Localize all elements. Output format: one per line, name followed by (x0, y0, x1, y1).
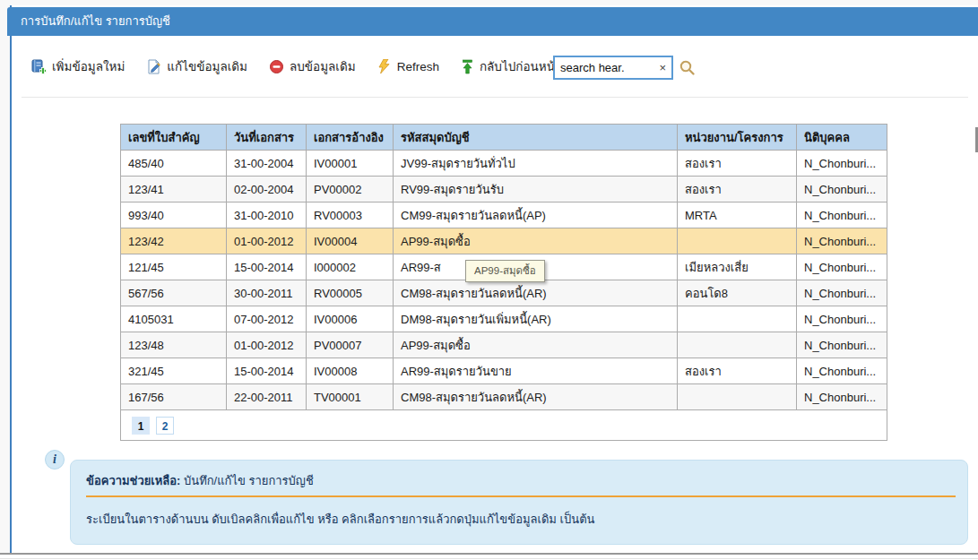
table-cell: N_Chonburi... (797, 306, 887, 332)
table-cell: N_Chonburi... (797, 384, 887, 410)
table-cell: CM99-สมุดรายวันลดหนี้(AP) (394, 202, 678, 228)
pagination-bar: 12 (121, 410, 887, 441)
table-cell (678, 306, 797, 332)
column-header[interactable]: นิติบุคคล (797, 125, 887, 151)
table-cell: 123/41 (121, 177, 227, 202)
page-button-2[interactable]: 2 (156, 417, 174, 435)
column-header[interactable]: รหัสสมุดบัญชี (394, 125, 678, 151)
search-input[interactable] (555, 61, 657, 74)
search-box: × (553, 56, 673, 80)
info-icon: i (45, 450, 65, 470)
table-row[interactable]: 123/4102-00-2004PV00002RV99-สมุดรายวันรั… (121, 177, 887, 202)
add-new-button[interactable]: เพิ่มข้อมูลใหม่ (31, 56, 125, 76)
delete-button[interactable]: ลบข้อมูลเดิม (269, 56, 356, 76)
table-cell: CM98-สมุดรายวันลดหนี้(AR) (394, 384, 678, 410)
table-cell: N_Chonburi... (797, 202, 887, 228)
table-cell: I000002 (307, 254, 394, 280)
table-cell: RV00005 (307, 280, 394, 306)
table-cell: AR99-สมุดรายวันขาย (394, 358, 678, 384)
bottom-faint-line (0, 558, 978, 559)
table-cell: 167/56 (121, 384, 227, 410)
edit-button[interactable]: แก้ไขข้อมูลเดิม (146, 56, 247, 76)
table-cell: IV00006 (307, 306, 394, 332)
table-cell: JV99-สมุดรายวันทั่วไป (394, 151, 678, 177)
search-icon[interactable] (679, 59, 696, 80)
table-cell: คอนโด8 (678, 280, 797, 306)
pagination-row: 12 (121, 410, 887, 441)
title-bar: การบันทึก/แก้ไข รายการบัญชี (7, 7, 978, 36)
column-header[interactable]: วันที่เอกสาร (227, 125, 307, 151)
table-cell: 567/56 (121, 280, 227, 306)
info-icon-glyph: i (53, 452, 56, 466)
table-cell: N_Chonburi... (797, 151, 887, 177)
column-header[interactable]: หน่วยงาน/โครงการ (678, 125, 797, 151)
cell-tooltip: AP99-สมุดซื้อ (465, 260, 545, 282)
page-button-1[interactable]: 1 (132, 417, 150, 435)
table-cell: PV00007 (307, 332, 394, 358)
toolbar-button-label: Refresh (397, 60, 439, 73)
table-cell: สองเรา (678, 177, 797, 202)
toolbar-button-label: แก้ไขข้อมูลเดิม (167, 56, 247, 76)
table-cell: 31-00-2010 (227, 202, 307, 228)
table-cell: 15-00-2014 (227, 254, 307, 280)
delete-record-icon (269, 59, 284, 74)
table-cell: 321/45 (121, 358, 227, 384)
table-cell: 01-00-2012 (227, 332, 307, 358)
table-cell (678, 384, 797, 410)
table-row[interactable]: 993/4031-00-2010RV00003CM99-สมุดรายวันลด… (121, 202, 887, 228)
table-cell (678, 332, 797, 358)
table-cell: DM98-สมุดรายวันเพิ่มหนี้(AR) (394, 306, 678, 332)
table-cell: 02-00-2004 (227, 177, 307, 202)
records-table: เลขที่ใบสำคัญวันที่เอกสารเอกสารอ้างอิงรห… (120, 124, 887, 441)
table-row[interactable]: 485/4031-00-2004IV00001JV99-สมุดรายวันทั… (121, 151, 887, 177)
table-cell: 30-00-2011 (227, 280, 307, 306)
table-cell: AP99-สมุดซื้อ (394, 332, 678, 358)
table-row[interactable]: 123/4801-00-2012PV00007AP99-สมุดซื้อN_Ch… (121, 332, 887, 358)
help-box: ข้อความช่วยเหลือ: บันทึก/แก้ไข รายการบัญ… (70, 460, 968, 545)
page-title: การบันทึก/แก้ไข รายการบัญชี (21, 14, 170, 28)
table-cell: 121/45 (121, 254, 227, 280)
table-cell: 31-00-2004 (227, 151, 307, 177)
table-row[interactable]: 167/5622-00-2011TV00001CM98-สมุดรายวันลด… (121, 384, 887, 410)
table-cell: IV00004 (307, 228, 394, 254)
help-divider (86, 495, 956, 497)
table-row[interactable]: 123/4201-00-2012IV00004AP99-สมุดซื้อN_Ch… (121, 228, 887, 254)
table-row[interactable]: 567/5630-00-2011RV00005CM98-สมุดรายวันลด… (121, 280, 887, 306)
table-cell: 15-00-2014 (227, 358, 307, 384)
toolbar-separator (22, 97, 968, 98)
help-title-label: ข้อความช่วยเหลือ: (86, 474, 180, 487)
table-cell: 4105031 (121, 306, 227, 332)
add-record-icon (31, 59, 47, 74)
table-cell: RV00003 (307, 202, 394, 228)
table-row[interactable]: 321/4515-00-2014IV00008AR99-สมุดรายวันขา… (121, 358, 887, 384)
table-cell: 123/48 (121, 332, 227, 358)
refresh-lightning-icon (377, 59, 392, 74)
table-header-row: เลขที่ใบสำคัญวันที่เอกสารเอกสารอ้างอิงรห… (121, 125, 887, 151)
table-cell: 01-00-2012 (227, 228, 307, 254)
column-header[interactable]: เอกสารอ้างอิง (307, 125, 394, 151)
table-cell: PV00002 (307, 177, 394, 202)
table-cell: N_Chonburi... (797, 254, 887, 280)
left-margin-strip (0, 0, 10, 554)
refresh-button[interactable]: Refresh (377, 59, 439, 74)
frame-left-border (10, 5, 12, 554)
table-cell: สองเรา (678, 151, 797, 177)
table-row[interactable]: 410503107-00-2012IV00006DM98-สมุดรายวันเ… (121, 306, 887, 332)
top-margin-strip (0, 0, 978, 5)
back-up-arrow-icon (461, 59, 474, 74)
table-cell: 485/40 (121, 151, 227, 177)
table-cell: สองเรา (678, 358, 797, 384)
table-cell: IV00008 (307, 358, 394, 384)
table-cell: AP99-สมุดซื้อ (394, 228, 678, 254)
table-cell: N_Chonburi... (797, 177, 887, 202)
edit-record-icon (146, 59, 161, 74)
table-cell: เมียหลวงเสี่ย (678, 254, 797, 280)
column-header[interactable]: เลขที่ใบสำคัญ (121, 125, 227, 151)
table-cell: 22-00-2011 (227, 384, 307, 410)
toolbar-button-label: เพิ่มข้อมูลใหม่ (52, 56, 125, 76)
table-cell: N_Chonburi... (797, 332, 887, 358)
page: การบันทึก/แก้ไข รายการบัญชี เพิ่มข้อมูลใ… (0, 0, 978, 560)
clear-search-icon[interactable]: × (657, 62, 671, 73)
table-cell (678, 228, 797, 254)
frame-bottom-border (0, 553, 978, 555)
